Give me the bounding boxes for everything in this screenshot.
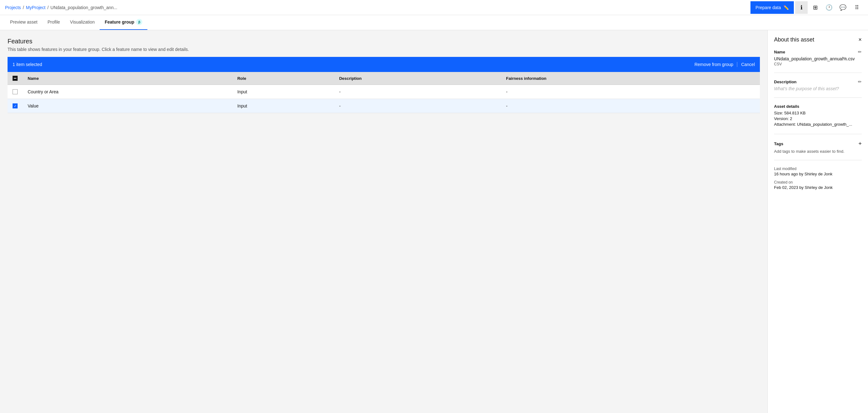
- apps-icon-button[interactable]: ⠿: [850, 1, 863, 14]
- tabs-bar: Preview asset Profile Visualization Feat…: [0, 15, 868, 30]
- beta-badge: β: [136, 19, 142, 25]
- row2-name: Value: [23, 99, 232, 113]
- row2-description: -: [334, 99, 501, 113]
- row2-role: Input: [232, 99, 334, 113]
- close-panel-button[interactable]: ×: [858, 36, 862, 43]
- add-tag-button[interactable]: +: [858, 140, 862, 147]
- row1-checkbox-cell[interactable]: [7, 85, 23, 99]
- apps-icon: ⠿: [855, 4, 859, 11]
- created-on-label: Created on: [774, 180, 862, 185]
- row1-fairness: -: [501, 85, 760, 99]
- tags-label: Tags: [774, 141, 783, 146]
- row1-name: Country or Area: [23, 85, 232, 99]
- chat-icon-button[interactable]: 💬: [837, 1, 849, 14]
- asset-name: UNdata_population_growth_annual%.csv: [774, 56, 862, 61]
- col-fairness: Fairness information: [501, 72, 760, 85]
- info-icon: ℹ: [800, 4, 803, 11]
- col-role: Role: [232, 72, 334, 85]
- tab-feature-group[interactable]: Feature group β: [100, 15, 147, 30]
- features-table: Name Role Description Fairness informati…: [7, 72, 760, 113]
- panel-header: About this asset ×: [774, 36, 862, 43]
- table-row[interactable]: Value Input - -: [7, 99, 760, 113]
- asset-details-section: Asset details Size: 584.813 KB Version: …: [774, 104, 862, 134]
- features-subtitle: This table shows features in your featur…: [7, 47, 760, 52]
- actions-divider: [737, 62, 737, 67]
- attachment-row: Attachment: UNdata_population_growth_...: [774, 122, 862, 127]
- right-panel: About this asset × Name ✏ UNdata_populat…: [768, 30, 868, 413]
- prepare-data-button[interactable]: Prepare data ✏️: [750, 1, 794, 14]
- description-section-label: Description: [774, 80, 797, 84]
- panel-title: About this asset: [774, 36, 814, 43]
- col-name: Name: [23, 72, 232, 85]
- description-placeholder: What's the purpose of this asset?: [774, 86, 862, 91]
- features-title: Features: [7, 38, 760, 45]
- cancel-selection-button[interactable]: Cancel: [741, 62, 755, 67]
- edit-description-button[interactable]: ✏: [858, 79, 862, 84]
- prepare-data-label: Prepare data: [755, 5, 781, 10]
- remove-from-group-button[interactable]: Remove from group: [694, 62, 734, 67]
- row2-checkbox[interactable]: [12, 103, 18, 108]
- tags-placeholder: Add tags to make assets easier to find.: [774, 149, 862, 154]
- history-icon: 🕐: [826, 4, 833, 11]
- row1-checkbox[interactable]: [12, 89, 18, 94]
- content-area: Features This table shows features in yo…: [0, 30, 768, 413]
- selection-count: 1 item selected: [12, 62, 42, 67]
- indeterminate-checkbox[interactable]: [12, 76, 18, 81]
- tags-section: Tags + Add tags to make assets easier to…: [774, 140, 862, 160]
- selection-actions: Remove from group Cancel: [694, 62, 755, 67]
- name-section-label: Name: [774, 50, 785, 54]
- table-row[interactable]: Country or Area Input - -: [7, 85, 760, 99]
- breadcrumb: Projects / MyProject / UNdata_population…: [5, 5, 117, 10]
- meta-section: Last modified 16 hours ago by Shirley de…: [774, 167, 862, 200]
- main-layout: Features This table shows features in yo…: [0, 30, 868, 413]
- breadcrumb-project[interactable]: MyProject: [26, 5, 45, 10]
- breadcrumb-asset: UNdata_population_growth_ann...: [51, 5, 118, 10]
- row2-checkbox-cell[interactable]: [7, 99, 23, 113]
- created-on-value: Feb 02, 2023 by Shirley de Jonk: [774, 185, 862, 190]
- description-section: Description ✏ What's the purpose of this…: [774, 79, 862, 98]
- last-modified-label: Last modified: [774, 167, 862, 171]
- breadcrumb-projects[interactable]: Projects: [5, 5, 21, 10]
- row2-fairness: -: [501, 99, 760, 113]
- pencil-icon: ✏️: [783, 5, 789, 10]
- edit-name-button[interactable]: ✏: [858, 49, 862, 54]
- tab-preview-asset[interactable]: Preview asset: [5, 15, 42, 30]
- table-header-row: Name Role Description Fairness informati…: [7, 72, 760, 85]
- chat-icon: 💬: [839, 4, 846, 11]
- last-modified-value: 16 hours ago by Shirley de Jonk: [774, 171, 862, 176]
- col-description: Description: [334, 72, 501, 85]
- features-header: Features This table shows features in yo…: [7, 38, 760, 52]
- info-icon-button[interactable]: ℹ: [795, 1, 808, 14]
- tab-visualization[interactable]: Visualization: [65, 15, 100, 30]
- select-all-header[interactable]: [7, 72, 23, 85]
- top-nav: Projects / MyProject / UNdata_population…: [0, 0, 868, 15]
- asset-details-label: Asset details: [774, 104, 799, 109]
- row1-role: Input: [232, 85, 334, 99]
- version-row: Version: 2: [774, 116, 862, 121]
- tab-profile[interactable]: Profile: [42, 15, 65, 30]
- selection-bar: 1 item selected Remove from group Cancel: [7, 57, 760, 72]
- row1-description: -: [334, 85, 501, 99]
- columns-icon-button[interactable]: ⊞: [809, 1, 822, 14]
- asset-type: CSV: [774, 62, 862, 66]
- name-section: Name ✏ UNdata_population_growth_annual%.…: [774, 49, 862, 73]
- history-icon-button[interactable]: 🕐: [823, 1, 835, 14]
- top-nav-right: Prepare data ✏️ ℹ ⊞ 🕐 💬 ⠿: [750, 1, 863, 14]
- size-row: Size: 584.813 KB: [774, 110, 862, 115]
- columns-icon: ⊞: [813, 4, 818, 11]
